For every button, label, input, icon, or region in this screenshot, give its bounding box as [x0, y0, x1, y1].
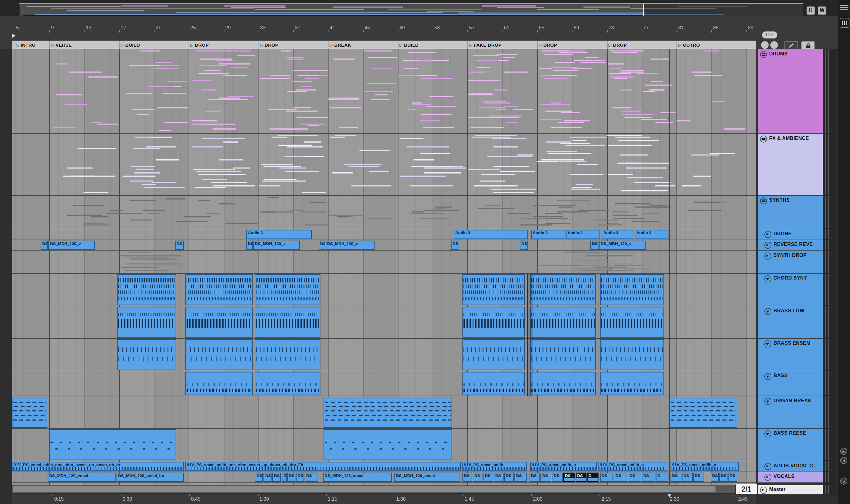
track-header-bass[interactable]: BASS: [758, 371, 823, 396]
clip[interactable]: D: [656, 472, 668, 482]
track-header-brass-low[interactable]: BRASS LOW: [758, 306, 823, 339]
clip[interactable]: 91V_PS_vocal_adlib_o: [598, 462, 667, 471]
locator-0-intro[interactable]: ▷INTRO: [15, 41, 36, 49]
clip[interactable]: 91V_PS_vocal_adlib_one_shot_sweet_up_dow…: [12, 462, 184, 471]
clip[interactable]: [117, 307, 176, 338]
play-icon[interactable]: [764, 231, 771, 238]
zoom-width-button[interactable]: W: [818, 6, 826, 15]
track-lane-vocals[interactable]: DS_MDH_120_vocalDS_MDH_120_vocal_hoDSDSD…: [12, 472, 756, 483]
time-ruler[interactable]: 0:150:300:451:001:151:301:452:002:152:30…: [12, 494, 756, 504]
clip[interactable]: DS: [541, 472, 551, 482]
locator-row[interactable]: ▷INTRO▷VERSE▷BUILD▷DROP▷DROP▷BREAK▷BUILD…: [12, 41, 756, 49]
track-lane-synth-drop[interactable]: [12, 251, 756, 274]
clip[interactable]: DS: [728, 472, 737, 482]
track-header-synth-drop[interactable]: SYNTH DROP: [758, 251, 823, 274]
clip[interactable]: Audio 3: [635, 230, 668, 239]
track-header-master[interactable]: Master: [758, 485, 823, 495]
scrollbar-handle[interactable]: [13, 486, 716, 492]
clip[interactable]: [185, 339, 253, 370]
clip[interactable]: DS: [41, 240, 48, 250]
clip[interactable]: DS: [462, 472, 472, 482]
draw-mode-button[interactable]: [784, 41, 798, 50]
overview-view-rectangle[interactable]: [23, 4, 644, 16]
track-lane-drums[interactable]: [12, 49, 756, 134]
track-header-organ-break[interactable]: ORGAN BREAK: [758, 396, 823, 429]
clip[interactable]: [324, 396, 452, 428]
clip[interactable]: [600, 274, 664, 305]
clip[interactable]: D: [282, 472, 287, 482]
group-icon[interactable]: [760, 51, 767, 58]
delete-button[interactable]: Del: [762, 32, 777, 38]
track-lane-synths[interactable]: [12, 196, 756, 229]
clip[interactable]: Audio 3: [246, 230, 312, 239]
clip[interactable]: 91V_PS_vocal_adlib_one_shot_sweet_up_dow…: [185, 462, 461, 471]
device-toggle-button[interactable]: D: [840, 478, 847, 485]
fold-icon[interactable]: [764, 340, 771, 347]
clip[interactable]: DS_MDH_120_v: [49, 240, 95, 250]
track-lane-fx-ambience[interactable]: [12, 134, 756, 196]
mixer-sections-icon[interactable]: [840, 18, 849, 28]
clip[interactable]: DS: [682, 472, 693, 482]
clip[interactable]: DS: [175, 240, 184, 250]
clip[interactable]: [530, 339, 596, 370]
locator-1-verse[interactable]: ▷VERSE: [49, 41, 72, 49]
clip[interactable]: DS: [494, 472, 504, 482]
play-icon[interactable]: [764, 474, 771, 481]
track-header-synths[interactable]: SYNTHS: [758, 196, 823, 229]
clip[interactable]: [530, 274, 596, 305]
fold-icon[interactable]: [764, 275, 771, 282]
clip[interactable]: DS: [670, 472, 681, 482]
arrangement-start-marker[interactable]: [12, 34, 16, 38]
track-lane-drone[interactable]: Audio 3Audio 3Audio 3Audio 3Audio 3Audio…: [12, 229, 756, 240]
clip[interactable]: [462, 307, 524, 338]
arrangement-overview[interactable]: [19, 3, 803, 16]
locator-9-drop[interactable]: ▷DROP: [607, 41, 627, 49]
track-lane-chord-synt[interactable]: [12, 274, 756, 306]
clip[interactable]: DS: [520, 240, 528, 250]
track-lane-bass-reese[interactable]: [12, 429, 756, 461]
clip[interactable]: [600, 372, 664, 395]
clip[interactable]: [117, 274, 176, 305]
clip[interactable]: DS: [600, 472, 613, 482]
track-lane-brass-ensem[interactable]: [12, 339, 756, 371]
clip[interactable]: DS_MDH_120_vocal_ho: [116, 472, 184, 482]
clip[interactable]: [185, 307, 253, 338]
locator-10-outro[interactable]: ▷OUTRO: [677, 41, 700, 49]
clip[interactable]: [185, 274, 253, 305]
clip[interactable]: DS: [515, 472, 527, 482]
clip[interactable]: Audio 3: [531, 230, 565, 239]
io-toggle-button[interactable]: IO: [840, 448, 847, 455]
track-lane-brass-low[interactable]: [12, 306, 756, 339]
track-header-chord-synt[interactable]: CHORD SYNT: [758, 274, 823, 306]
forward-arrow-button[interactable]: →: [770, 41, 778, 49]
clip[interactable]: Audio 3: [566, 230, 600, 239]
track-header-brass-ensem[interactable]: BRASS ENSEM: [758, 339, 823, 371]
beat-ruler[interactable]: 5913172125293337414549535761656973778185…: [12, 24, 756, 33]
clip[interactable]: Audio 3: [602, 230, 634, 239]
group-icon[interactable]: [760, 197, 767, 204]
arrangement-area[interactable]: Audio 3Audio 3Audio 3Audio 3Audio 3Audio…: [12, 49, 756, 485]
lock-envelopes-button[interactable]: [801, 41, 815, 50]
clip[interactable]: [324, 429, 452, 460]
clip[interactable]: [12, 396, 47, 428]
clip[interactable]: DS: [473, 472, 483, 482]
group-icon[interactable]: [760, 136, 767, 142]
clip[interactable]: DS_MDH_120_v: [253, 240, 300, 250]
horizontal-scrollbar[interactable]: [12, 485, 735, 493]
clip[interactable]: DS_MDH_120_vocal: [48, 472, 116, 482]
menu-icon[interactable]: [840, 4, 849, 12]
clip[interactable]: [255, 372, 321, 395]
fold-icon[interactable]: [764, 430, 771, 437]
clip[interactable]: Audio 3: [453, 230, 528, 239]
clip[interactable]: DS: [272, 472, 281, 482]
fold-icon[interactable]: [764, 308, 771, 315]
locator-2-build[interactable]: ▷BUILD: [119, 41, 140, 49]
clip[interactable]: DS: [576, 472, 586, 482]
clip[interactable]: [185, 372, 253, 395]
fold-icon[interactable]: [764, 373, 771, 380]
clip[interactable]: DS: [614, 472, 627, 482]
clip[interactable]: DS: [305, 472, 318, 482]
locator-5-break[interactable]: ▷BREAK: [328, 41, 351, 49]
clip[interactable]: [600, 307, 664, 338]
clip[interactable]: DS: [504, 472, 514, 482]
